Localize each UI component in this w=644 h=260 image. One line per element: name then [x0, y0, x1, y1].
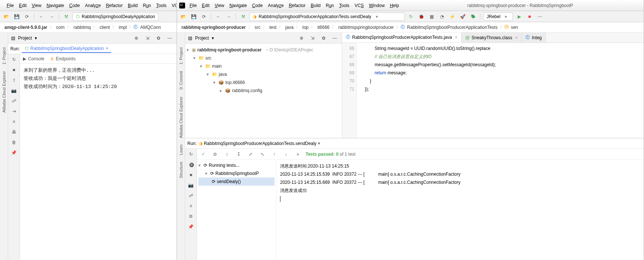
crumb[interactable]: sen	[509, 25, 520, 30]
editor-tab[interactable]: ⒸInteg	[522, 33, 546, 43]
menu-view[interactable]: View	[32, 3, 41, 8]
sync-icon[interactable]: ⟳	[23, 13, 31, 21]
forward-icon[interactable]: →	[48, 13, 56, 21]
console-tab[interactable]: ▶Console	[23, 56, 44, 61]
menu-navigate[interactable]: Navigate	[229, 3, 247, 8]
code-editor[interactable]: 666768697071 String messageId = UUID.ran…	[342, 43, 644, 138]
expand-icon[interactable]: ⤢	[246, 150, 255, 158]
debug-icon[interactable]: 🐞	[417, 13, 425, 21]
menu-analyze[interactable]: Analyze	[85, 3, 101, 8]
tree-node[interactable]: ▾📦top.it6666	[187, 78, 340, 87]
menu-tools[interactable]: Tools	[156, 3, 167, 8]
stop-icon[interactable]: ■	[11, 67, 17, 73]
more-icon[interactable]: ⋯	[536, 13, 544, 21]
locate-icon[interactable]: ⊕	[132, 34, 140, 42]
editor-tab[interactable]: @SneakyThrows.class×	[461, 33, 522, 43]
locate-icon[interactable]: ⊕	[297, 34, 306, 42]
rerun-icon[interactable]: ↻	[11, 56, 17, 63]
trace-icon[interactable]: ⚡	[448, 13, 456, 21]
hide-icon[interactable]: —	[166, 34, 174, 42]
profile-icon[interactable]: ◔	[438, 13, 446, 21]
menu-code[interactable]: Code	[252, 3, 263, 8]
save-icon[interactable]: 💾	[13, 13, 21, 21]
menu-build[interactable]: Build	[311, 3, 321, 8]
endpoints-tab[interactable]: ⋔Endpoints	[50, 56, 75, 61]
open-icon[interactable]: 📂	[2, 13, 10, 21]
rerun-icon[interactable]: ↻	[188, 151, 194, 158]
run-icon[interactable]: ↻	[407, 13, 415, 21]
next-icon[interactable]: ↓	[282, 150, 290, 158]
back-icon[interactable]: ←	[37, 13, 45, 21]
collapse-icon[interactable]: ⇲	[143, 34, 151, 42]
crumb[interactable]: com	[54, 25, 67, 30]
camera-icon[interactable]: 📷	[11, 87, 17, 94]
print-icon[interactable]: 🖶	[11, 129, 17, 135]
tree-node[interactable]: ▸📦rabbitmq.config	[187, 87, 340, 95]
jrebel-apply-icon[interactable]: ▶	[515, 13, 523, 21]
menu-help[interactable]: Help	[390, 3, 399, 8]
run-tab[interactable]: ⬡ RabbitmqSpringbootDealyApplication ×	[22, 45, 111, 53]
save-icon[interactable]: 💾	[190, 13, 198, 21]
menu-build[interactable]: Build	[128, 3, 138, 8]
heap-icon[interactable]: ☍	[188, 192, 194, 199]
layout-icon[interactable]: ≡	[11, 118, 17, 125]
project-panel-title[interactable]: Project	[18, 36, 32, 41]
project-panel-title[interactable]: Project	[195, 36, 209, 41]
menu-vcs[interactable]: VCS	[172, 3, 177, 8]
run-tab[interactable]: ◑ RabbitmqSpringbootProducerApplicationT…	[199, 141, 320, 146]
collapse-icon[interactable]: ⇲	[309, 34, 317, 42]
disable-icon[interactable]: ⊘	[211, 150, 219, 158]
crumb[interactable]: rabbitmq-springboot-producer	[179, 25, 248, 30]
test-node[interactable]: ▾⟳Running tests...	[198, 161, 275, 169]
crumb[interactable]: impl	[116, 25, 129, 30]
crumb[interactable]: amqp-client-5.9.0.jar	[2, 25, 50, 30]
menu-window[interactable]: Window	[369, 3, 385, 8]
crumb[interactable]: test	[267, 25, 279, 30]
tree-node[interactable]: ▾📁java	[187, 70, 340, 78]
menu-edit[interactable]: Edit	[202, 3, 209, 8]
menu-edit[interactable]: Edit	[19, 3, 27, 8]
close-icon[interactable]: ×	[106, 46, 108, 51]
crumb[interactable]: RabbitmqSpringbootProducerApplicationTes…	[405, 25, 500, 30]
crumb[interactable]: src	[252, 25, 263, 30]
crumb[interactable]: rabbitmqspringbootproducer	[336, 25, 396, 30]
heap-icon[interactable]: ☍	[11, 98, 17, 104]
jrebel-run-icon[interactable]: 🚀	[459, 13, 467, 21]
tool-project-tab[interactable]: 1: Project	[179, 47, 183, 64]
menu-analyze[interactable]: Analyze	[268, 3, 284, 8]
camera-icon[interactable]: 📷	[188, 182, 194, 189]
stop-icon[interactable]: ■	[188, 172, 194, 178]
tool-structure-tab[interactable]: Structure	[179, 162, 183, 178]
menu-tools[interactable]: Tools	[339, 3, 350, 8]
close-icon[interactable]: ×	[455, 35, 457, 40]
attach-icon[interactable]: ⇪	[11, 77, 17, 84]
layout-icon[interactable]: ≡	[188, 203, 194, 209]
exit-icon[interactable]: ⇥	[11, 108, 17, 115]
tool-alibaba-tab[interactable]: Alibaba Cloud Explorer	[2, 71, 6, 113]
console-output-right[interactable]: 消息发送时间:2020-11-13 14:25:15 2020-11-13 14…	[276, 160, 644, 260]
tool-commit-tab[interactable]: 0: Commit	[179, 71, 183, 90]
back-icon[interactable]: ←	[214, 13, 222, 21]
test-tree[interactable]: ▾⟳Running tests... ▾⟳RabbitmqSpringbootP…	[197, 160, 276, 260]
pin-icon[interactable]: 📌	[188, 223, 194, 230]
code-content[interactable]: String messageId = UUID.randomUUID().toS…	[357, 43, 644, 138]
menu-run[interactable]: Run	[143, 3, 151, 8]
stop-icon[interactable]: ■	[525, 13, 534, 21]
tool-learn-tab[interactable]: Learn	[179, 145, 183, 155]
more-icon[interactable]: »	[294, 150, 302, 158]
sync-icon[interactable]: ⟳	[200, 13, 208, 21]
menu-navigate[interactable]: Navigate	[47, 3, 64, 8]
settings-icon[interactable]: ✿	[320, 34, 328, 42]
tree-root[interactable]: ▾▣rabbitmq-springboot-producer ~ D:\Devl…	[187, 46, 340, 54]
crumb[interactable]: client	[97, 25, 112, 30]
menu-refactor[interactable]: Refactor	[289, 3, 306, 8]
forward-icon[interactable]: →	[225, 13, 233, 21]
trash-icon[interactable]: 🗑	[11, 139, 17, 146]
settings-icon[interactable]: ✿	[154, 34, 163, 42]
open-icon[interactable]: 📂	[179, 13, 187, 21]
jrebel-select[interactable]: JRebel ▾	[483, 13, 513, 21]
sort-icon[interactable]: ↕	[223, 150, 231, 158]
bp-icon[interactable]: ⬤9	[188, 161, 194, 168]
menu-file[interactable]: File	[190, 3, 197, 8]
settings-icon[interactable]: ⚙	[188, 213, 194, 220]
